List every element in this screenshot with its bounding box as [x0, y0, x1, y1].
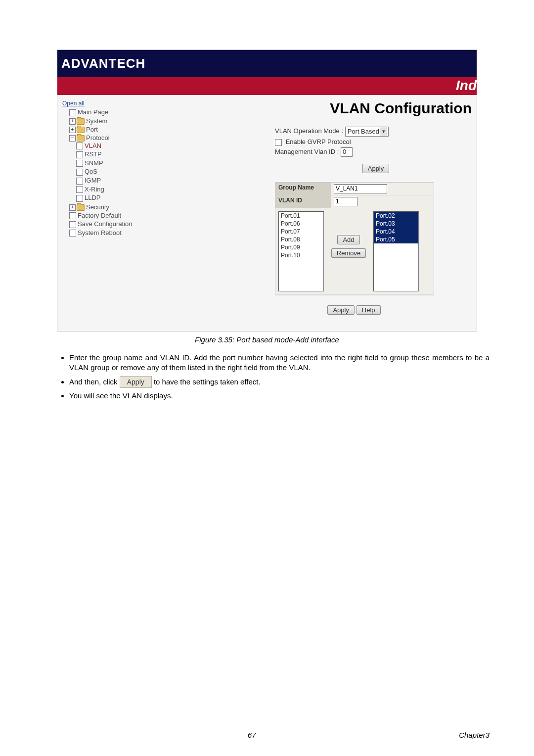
mgmt-label: Management Vlan ID :: [275, 148, 339, 155]
screenshot-frame: ADVANTECH Ind Open all Main Page +System…: [57, 49, 477, 331]
header-dark-bar: ADVANTECH: [57, 50, 477, 77]
nav-tree: Main Page +System +Port −Protocol VLAN R…: [62, 108, 162, 237]
page-number: 67: [248, 731, 256, 739]
folder-icon: [77, 204, 85, 211]
port-option[interactable]: Port.10: [279, 251, 323, 259]
body-area: Open all Main Page +System +Port −Protoc…: [57, 95, 477, 331]
nav-save-config[interactable]: Save Configuration: [78, 220, 133, 228]
nav-sidebar: Open all Main Page +System +Port −Protoc…: [57, 95, 164, 331]
mode-label: VLAN Operation Mode :: [275, 127, 343, 135]
inline-apply-button: Apply: [120, 376, 152, 388]
vlan-table: Group Name V_LAN1 VLAN ID 1 Port.01 Por: [275, 182, 434, 295]
nav-factory-default[interactable]: Factory Default: [78, 212, 121, 219]
gvrp-label: Enable GVRP Protocol: [286, 138, 351, 145]
page-icon: [76, 142, 83, 149]
page-footer: 67 Chapter3: [44, 731, 490, 739]
folder-icon: [77, 118, 85, 125]
expand-icon[interactable]: +: [69, 127, 76, 133]
page-icon: [69, 212, 76, 219]
port-option[interactable]: Port.09: [279, 243, 323, 251]
figure-caption: Figure 3.35: Port based mode-Add interfa…: [44, 335, 490, 344]
nav-lldp[interactable]: LLDP: [85, 194, 101, 201]
page-icon: [76, 169, 83, 176]
page-icon: [76, 178, 83, 185]
chapter-label: Chapter3: [459, 731, 490, 739]
folder-icon: [77, 127, 85, 133]
port-option[interactable]: Port.04: [374, 228, 418, 236]
expand-icon[interactable]: +: [69, 204, 76, 211]
main-content: VLAN Configuration VLAN Operation Mode :…: [164, 95, 477, 331]
vlan-id-header: VLAN ID: [275, 195, 331, 208]
nav-system[interactable]: System: [86, 117, 107, 125]
apply-button[interactable]: Apply: [362, 164, 390, 173]
port-option[interactable]: Port.05: [374, 236, 418, 243]
page-icon: [76, 160, 83, 167]
nav-xring[interactable]: X-Ring: [85, 186, 104, 193]
port-option[interactable]: Port.03: [374, 220, 418, 228]
port-option[interactable]: Port.07: [279, 228, 323, 236]
bullet-2: And then, click Apply to have the settin…: [69, 376, 490, 388]
nav-main-page[interactable]: Main Page: [78, 108, 108, 116]
page-icon: [76, 151, 83, 158]
page-title: VLAN Configuration: [164, 100, 477, 117]
page-icon: [69, 109, 76, 116]
vlan-id-input[interactable]: 1: [334, 197, 357, 206]
vlan-mode-block: VLAN Operation Mode : Port Based Enable …: [275, 127, 477, 173]
nav-system-reboot[interactable]: System Reboot: [78, 229, 122, 236]
group-name-header: Group Name: [275, 183, 331, 195]
port-option[interactable]: Port.08: [279, 236, 323, 243]
page-icon: [69, 230, 76, 236]
open-all-link[interactable]: Open all: [62, 100, 162, 107]
bullet-1: Enter the group name and VLAN ID. Add th…: [69, 353, 490, 373]
expand-icon[interactable]: +: [69, 118, 76, 125]
bullet-3: You will see the VLAN displays.: [69, 391, 490, 401]
nav-protocol[interactable]: Protocol: [86, 134, 110, 142]
bullet-2b: to have the settings taken effect.: [154, 378, 261, 386]
port-option[interactable]: Port.06: [279, 220, 323, 228]
add-button[interactable]: Add: [337, 235, 359, 244]
brand-logo: ADVANTECH: [61, 56, 145, 71]
nav-snmp[interactable]: SNMP: [85, 159, 103, 167]
help-button[interactable]: Help: [356, 305, 381, 315]
collapse-icon[interactable]: −: [69, 135, 76, 142]
gvrp-checkbox[interactable]: [275, 139, 282, 146]
page-icon: [76, 186, 83, 193]
header-red-bar: Ind: [57, 77, 477, 95]
group-name-input[interactable]: V_LAN1: [334, 184, 387, 193]
folder-icon: [77, 135, 85, 142]
nav-security[interactable]: Security: [86, 203, 109, 211]
port-option[interactable]: Port.02: [374, 212, 418, 220]
mgmt-vlan-input[interactable]: 0: [341, 147, 353, 157]
nav-igmp[interactable]: IGMP: [85, 177, 101, 184]
body-text: Enter the group name and VLAN ID. Add th…: [44, 353, 490, 401]
page-icon: [76, 195, 83, 202]
page-icon: [69, 221, 76, 228]
port-option[interactable]: Port.01: [279, 212, 323, 220]
bullet-2a: And then, click: [69, 378, 120, 386]
transfer-buttons: Add Remove: [324, 211, 373, 291]
document-page: ADVANTECH Ind Open all Main Page +System…: [0, 0, 534, 756]
nav-rstp[interactable]: RSTP: [85, 150, 102, 158]
nav-vlan[interactable]: VLAN: [85, 142, 101, 149]
selected-ports-list[interactable]: Port.02 Port.03 Port.04 Port.05: [373, 211, 419, 291]
remove-button[interactable]: Remove: [331, 248, 366, 258]
available-ports-list[interactable]: Port.01 Port.06 Port.07 Port.08 Port.09 …: [278, 211, 324, 291]
mode-select[interactable]: Port Based: [345, 127, 389, 137]
nav-port[interactable]: Port: [86, 126, 98, 133]
apply-button[interactable]: Apply: [327, 305, 355, 315]
port-picker: Port.01 Port.06 Port.07 Port.08 Port.09 …: [278, 211, 431, 291]
header-right-text: Ind: [456, 78, 477, 93]
nav-qos[interactable]: QoS: [85, 168, 97, 175]
